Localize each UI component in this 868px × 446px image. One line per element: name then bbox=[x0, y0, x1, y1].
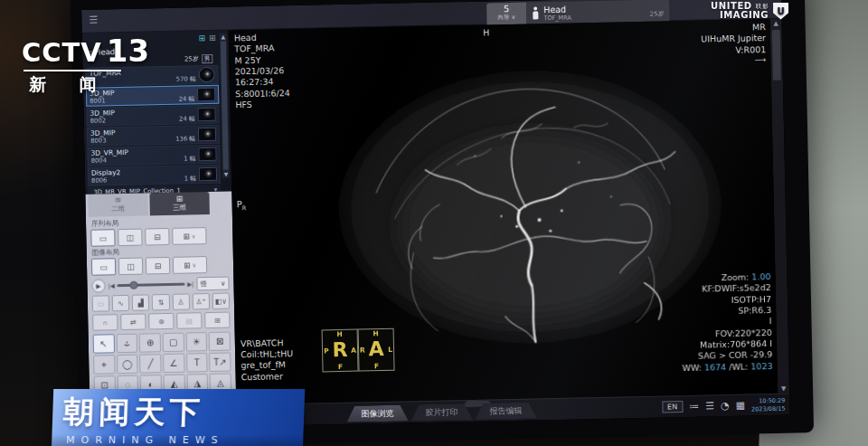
arrow-right-icon: ⟶ bbox=[702, 55, 767, 67]
orientation-box-r: H P R A F bbox=[322, 329, 359, 373]
united-imaging-logo: UNITED 联影 IMAGING U bbox=[711, 2, 788, 20]
brand-chinese: 联影 bbox=[756, 3, 769, 10]
zoom-tool-button[interactable]: ⊕ bbox=[139, 333, 161, 352]
tab-2d-label: 二维 bbox=[111, 204, 125, 214]
step-forward-icon[interactable]: ▶| bbox=[187, 280, 193, 288]
body-add-button[interactable]: ♙⁺ bbox=[192, 293, 210, 309]
tab-3d[interactable]: ⊞ 三维 bbox=[149, 192, 210, 215]
link-tool-button[interactable]: ⇄ bbox=[120, 313, 146, 330]
chevron-down-icon: ∨ bbox=[193, 261, 197, 268]
scrollbar-thumb[interactable] bbox=[772, 30, 781, 81]
layout-1x2-button[interactable]: ◫ bbox=[118, 229, 142, 247]
pan-tool-button[interactable]: ↔↕ bbox=[116, 334, 137, 353]
marquee-tool-button[interactable]: ▢ bbox=[163, 333, 184, 352]
scroll-down-icon[interactable]: ▼ bbox=[224, 171, 229, 178]
step-back-icon[interactable]: |◀ bbox=[108, 282, 114, 289]
case-count-tab[interactable]: 5 向导 ∨ bbox=[486, 3, 526, 25]
scroll-up-icon[interactable]: ▲ bbox=[221, 33, 225, 41]
grid-view-active-icon[interactable]: ⊞ bbox=[199, 33, 206, 44]
monitor: ☰ 5 向导 ∨ Head TOF_MRA 25岁 bbox=[71, 0, 814, 446]
histogram-tool-button[interactable]: ▟ bbox=[132, 294, 150, 310]
patient-age-label: 25岁 bbox=[649, 9, 664, 21]
menu-lines-icon[interactable]: ☰ bbox=[705, 400, 714, 412]
series-count: 24 幅 bbox=[179, 95, 195, 102]
play-button[interactable]: ▶ bbox=[91, 279, 105, 292]
wl-value: 1023 bbox=[750, 361, 772, 372]
app-menu-icon[interactable]: ☰ bbox=[89, 14, 98, 26]
series-list-item[interactable]: 3D_MIP 8003136 幅 bbox=[87, 125, 220, 147]
ww-value: 1674 bbox=[704, 362, 726, 373]
tool-grid: ↖ ↔↕ ⊕ ▢ ☀ ⊠ ⌖ ◯ ╱ ∠ T T↗ ⊡ bbox=[93, 332, 231, 395]
layout-2x1-button[interactable]: ⊟ bbox=[145, 228, 169, 246]
brightness-tool-button[interactable]: ☀ bbox=[185, 332, 207, 351]
speed-select[interactable]: 慢∨ bbox=[196, 277, 229, 291]
brand-line2: IMAGING bbox=[711, 11, 769, 20]
layout-grid-dropdown[interactable]: ⊞∨ bbox=[172, 227, 206, 245]
window-tool-button[interactable]: ▭ bbox=[92, 295, 110, 311]
layout-1x1-button[interactable]: ▭ bbox=[90, 229, 115, 247]
series-list-item[interactable]: 3D_VR_MIP 80041 幅 bbox=[87, 145, 220, 166]
export-tool-button[interactable]: ⊞ bbox=[204, 312, 230, 329]
tab-image-browse[interactable]: 图像浏览 bbox=[346, 404, 408, 422]
text-arrow-button[interactable]: T↗ bbox=[209, 353, 231, 372]
magnet-tool-button[interactable]: ∩ bbox=[92, 314, 118, 331]
program-banner: 朝闻天下 MORNING NEWS bbox=[52, 389, 305, 446]
scroll-up-icon[interactable]: ▲ bbox=[773, 19, 778, 28]
patient-sex-badge: 男 bbox=[202, 54, 213, 63]
series-thumbnail bbox=[198, 67, 214, 82]
img-layout-1x1-button[interactable]: ▭ bbox=[91, 258, 116, 276]
ellipse-roi-button[interactable]: ◯ bbox=[117, 355, 138, 374]
tab-2d[interactable]: ≋ 二维 bbox=[88, 193, 148, 216]
scrollbar-thumb[interactable] bbox=[221, 42, 229, 170]
series-count: 570 幅 bbox=[176, 75, 196, 82]
dicom-info-top-left: HeadTOF_MRA M 25Y2021/03/26 16:27:34S:80… bbox=[234, 32, 291, 111]
active-patient-tab[interactable]: Head TOF_MRA 25岁 bbox=[526, 0, 669, 24]
chevron-down-icon: ∨ bbox=[511, 14, 515, 21]
series-number: 8002 bbox=[90, 117, 106, 124]
toolbox-icon[interactable]: ▦ bbox=[735, 400, 745, 412]
power-clock-icon[interactable]: ◔ bbox=[721, 400, 730, 412]
series-list-item[interactable]: 3D_MIP 800224 幅 bbox=[86, 105, 219, 127]
gradient-lut-dropdown[interactable]: ◧∨ bbox=[212, 293, 231, 309]
cine-speed-slider[interactable] bbox=[118, 283, 185, 288]
layers-icon: ≋ bbox=[115, 196, 122, 204]
patient-icon bbox=[532, 6, 539, 20]
tab-film-print[interactable]: 胶片打印 bbox=[410, 403, 472, 421]
tab-3d-label: 三维 bbox=[173, 204, 186, 213]
playlist-icon[interactable]: ≔ bbox=[689, 401, 699, 413]
scroll-down-icon[interactable]: ▼ bbox=[781, 384, 787, 394]
program-title: 朝闻天下 bbox=[63, 392, 306, 433]
pan-icon: ↔↕ bbox=[121, 337, 132, 348]
line-measure-button[interactable]: ╱ bbox=[139, 354, 161, 373]
language-indicator[interactable]: EN bbox=[662, 401, 683, 413]
slider-knob[interactable] bbox=[129, 281, 137, 289]
img-layout-grid-dropdown[interactable]: ⊞∨ bbox=[173, 256, 207, 274]
img-layout-1x2-button[interactable]: ◫ bbox=[118, 258, 143, 276]
crosshair-tool-button[interactable]: ⌖ bbox=[93, 355, 115, 374]
dicom-info-bottom-left: VR\BATCHCoil:tHL;tHU gre_tof_fMCustomer bbox=[241, 337, 294, 384]
grid-view-icon[interactable]: ⊞ bbox=[209, 33, 216, 44]
dicom-info-top-right: MRUIHuMR Jupiter V:R001 ⟶ bbox=[701, 22, 767, 67]
curve-tool-button[interactable]: ∿ bbox=[112, 295, 130, 311]
angle-measure-button[interactable]: ∠ bbox=[163, 354, 184, 373]
cursor-tool-button[interactable]: ↖ bbox=[93, 334, 115, 353]
text-annotation-button[interactable]: T bbox=[186, 353, 208, 372]
series-list-item[interactable]: Display2 80061 幅 bbox=[88, 165, 221, 186]
system-clock: 10:50:29 2023/08/15 bbox=[751, 396, 786, 413]
compare-tool-button[interactable]: ⇅ bbox=[152, 294, 170, 310]
channel-number: 13 bbox=[107, 33, 149, 69]
img-layout-2x1-button[interactable]: ⊟ bbox=[146, 257, 170, 275]
report-tool-button[interactable]: ▤ bbox=[176, 312, 202, 329]
body-position-button[interactable]: ♙ bbox=[172, 293, 190, 309]
image-viewport[interactable]: HeadTOF_MRA M 25Y2021/03/26 16:27:34S:80… bbox=[229, 19, 778, 404]
program-subtitle: MORNING NEWS bbox=[52, 434, 303, 446]
chevron-down-icon: ∨ bbox=[192, 232, 196, 239]
series-thumbnail bbox=[197, 108, 215, 121]
zoom-value: 1.00 bbox=[751, 271, 770, 281]
case-tab-label: 向导 bbox=[497, 14, 509, 21]
delete-tool-button[interactable]: ⊠ bbox=[209, 332, 231, 351]
patient-study-label: Head bbox=[543, 4, 571, 14]
tab-report-edit[interactable]: 报告编辑 bbox=[475, 402, 536, 419]
sync-tool-button[interactable]: ⊛ bbox=[148, 313, 174, 330]
series-count: 24 幅 bbox=[179, 115, 195, 122]
